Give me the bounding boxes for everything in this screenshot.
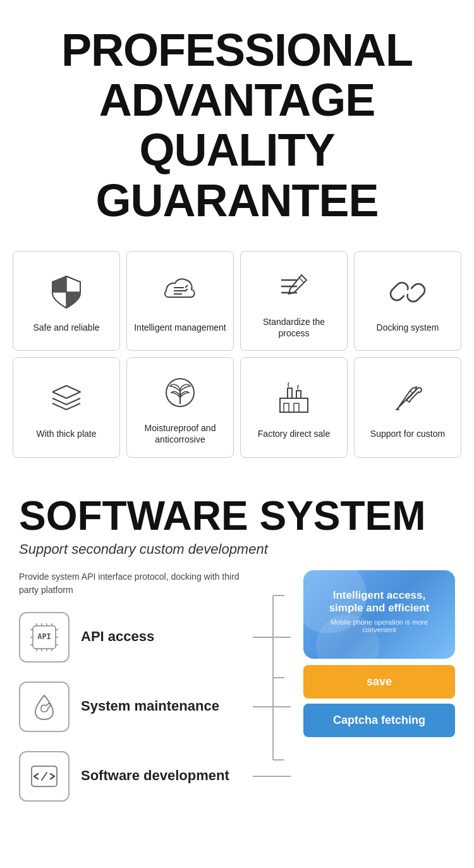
feature-docking: Docking system <box>354 251 461 351</box>
factory-icon <box>272 376 316 420</box>
svg-line-16 <box>410 391 413 393</box>
pen-tool-icon <box>386 376 430 420</box>
feature-thick-plate-label: With thick plate <box>37 428 97 439</box>
feature-factory: Factory direct sale <box>240 357 348 457</box>
feature-standardize: Standardize the process <box>240 251 348 351</box>
page-title: PROFESSIONAL ADVANTAGE QUALITY GUARANTEE <box>13 25 461 226</box>
phone-mockup: Intelligent access, simple and efficient… <box>303 570 455 659</box>
software-item-development: Software development <box>19 751 259 802</box>
code-icon-box <box>19 751 70 802</box>
svg-rect-14 <box>288 388 292 398</box>
save-button[interactable]: save <box>303 665 455 699</box>
captcha-button[interactable]: Captcha fetching <box>303 704 455 737</box>
svg-rect-15 <box>296 391 301 398</box>
feature-intelligent-management: Intelligent management <box>126 251 234 351</box>
header-section: PROFESSIONAL ADVANTAGE QUALITY GUARANTEE <box>0 0 474 245</box>
development-label: Software development <box>81 767 229 785</box>
feature-safe-reliable: Safe and reliable <box>13 251 120 351</box>
software-subtitle: Support secondary custom development <box>19 541 455 558</box>
pen-lines-icon <box>272 264 316 309</box>
feature-docking-label: Docking system <box>377 322 439 333</box>
feature-custom-label: Support for custom <box>370 428 445 439</box>
layers-icon <box>44 376 88 420</box>
api-icon-box: API <box>19 612 70 663</box>
shield-plant-icon <box>158 370 202 415</box>
svg-line-36 <box>42 773 47 780</box>
svg-line-9 <box>299 278 304 283</box>
software-left: Provide system API interface protocol, d… <box>19 570 259 821</box>
feature-standardize-label: Standardize the process <box>247 316 341 339</box>
link-icon <box>386 270 430 314</box>
svg-rect-12 <box>284 403 289 412</box>
svg-text:API: API <box>37 632 51 641</box>
software-body: Provide system API interface protocol, d… <box>19 570 455 821</box>
software-item-api: API <box>19 612 259 663</box>
api-access-label: API access <box>81 628 154 646</box>
software-right-panel: Intelligent access, simple and efficient… <box>303 570 455 737</box>
software-section: SOFTWARE SYSTEM Support secondary custom… <box>0 477 474 821</box>
feature-safe-reliable-label: Safe and reliable <box>33 322 99 333</box>
features-row-2: With thick plate Moistureproof and antic… <box>13 357 461 457</box>
software-description: Provide system API interface protocol, d… <box>19 570 259 597</box>
feature-support-custom: Support for custom <box>354 357 461 457</box>
feature-moistureproof-label: Moistureproof and anticorrosive <box>133 422 227 445</box>
software-item-maintenance: System maintenance <box>19 682 259 732</box>
maintenance-label: System maintenance <box>81 697 219 716</box>
shield-icon <box>44 270 88 314</box>
features-row-1: Safe and reliable Intelligent management <box>13 251 461 351</box>
cloud-settings-icon <box>158 270 202 314</box>
panel-title: Intelligent access, simple and efficient <box>316 589 442 614</box>
drop-wrench-icon-box <box>19 682 70 732</box>
features-section: Safe and reliable Intelligent management <box>0 245 474 477</box>
feature-factory-label: Factory direct sale <box>258 428 330 439</box>
feature-moistureproof: Moistureproof and anticorrosive <box>126 357 234 457</box>
software-title: SOFTWARE SYSTEM <box>19 496 455 536</box>
panel-subtitle: Mobile phone operation is more convenien… <box>316 618 442 633</box>
svg-rect-13 <box>294 403 299 412</box>
feature-intelligent-label: Intelligent management <box>134 322 226 333</box>
feature-thick-plate: With thick plate <box>13 357 120 457</box>
